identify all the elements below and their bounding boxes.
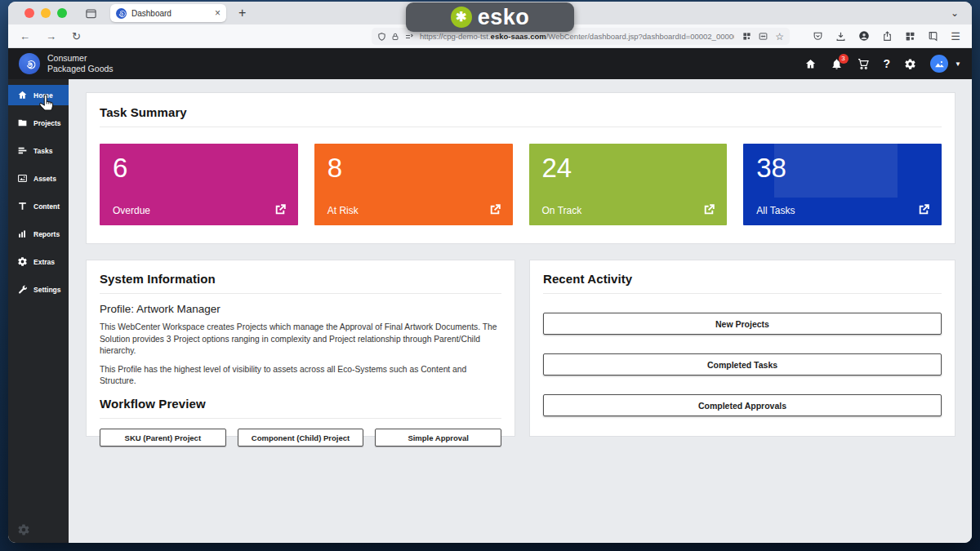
task-card-label: On Track [542,205,582,216]
tab-close-icon[interactable]: × [215,7,220,19]
recent-activity-panel: Recent Activity New Projects Completed T… [529,260,956,437]
open-external-icon[interactable] [702,202,716,217]
zoom-window-button[interactable] [57,8,67,18]
dashboard-content: Task Summary 6 Overdue 8 At Risk 24 [69,79,972,543]
task-card-label: All Tasks [756,205,795,216]
esko-asterisk-icon: ✱ [451,7,472,28]
extension-avatar-icon[interactable] [858,30,870,42]
header-settings-gear-icon[interactable] [904,58,916,70]
task-count: 24 [542,153,715,184]
close-window-button[interactable] [24,8,34,18]
workflow-preview-title: Workflow Preview [100,397,501,411]
sidebar-item-tasks[interactable]: Tasks [8,140,69,161]
downloads-icon[interactable] [835,31,846,42]
task-summary-title: Task Summary [100,105,942,119]
open-external-icon[interactable] [916,202,931,217]
gear-icon [17,256,28,267]
window-controls [24,8,67,18]
desktop: { "browser": { "tab_title": "Dashboard",… [0,0,980,551]
browser-tab[interactable]: Dashboard × [110,4,226,22]
profile-label: Profile: Artwork Manager [100,303,501,315]
avatar-dropdown-caret-icon[interactable]: ▼ [955,60,961,68]
esko-brand-badge: ✱ esko [406,2,574,32]
task-count: 38 [756,153,929,184]
system-information-title: System Information [100,272,501,286]
tracking-shield-icon[interactable] [377,32,386,42]
task-card-label: Overdue [113,205,150,216]
tab-list-chevron-icon[interactable]: ⌄ [951,7,959,19]
task-card-at-risk[interactable]: 8 At Risk [314,144,513,225]
divider [543,293,942,294]
forward-button[interactable]: → [46,30,56,42]
image-icon [17,173,28,184]
new-tab-button[interactable]: + [238,6,246,20]
recent-activity-title: Recent Activity [543,272,942,286]
notification-badge: 3 [839,54,849,64]
task-card-label: At Risk [327,205,359,216]
tab-title: Dashboard [131,9,215,18]
minimize-window-button[interactable] [41,8,51,18]
help-icon[interactable]: ? [884,57,891,70]
bookmark-star-icon[interactable]: ☆ [775,31,784,42]
new-projects-button[interactable]: New Projects [543,313,942,335]
task-card-all-tasks[interactable]: 38 All Tasks [743,144,942,225]
completed-tasks-button[interactable]: Completed Tasks [543,353,942,375]
back-button[interactable]: ← [20,30,30,42]
task-count: 8 [327,153,500,184]
cart-icon[interactable] [857,57,870,70]
divider [100,418,501,419]
container-icon[interactable] [404,32,414,42]
bar-chart-icon [17,229,28,239]
header-home-icon[interactable] [804,58,817,70]
sidebar-item-extras[interactable]: Extras [8,251,69,272]
divider [100,293,501,294]
divider [100,127,942,127]
sidebar-bottom-gear-icon[interactable] [17,523,30,536]
reload-button[interactable]: ↻ [72,30,81,42]
open-external-icon[interactable] [273,202,287,217]
browser-window: Dashboard × + ⌄ ← → ↻ https://c [8,2,972,543]
completed-approvals-button[interactable]: Completed Approvals [543,394,942,416]
bookmarks-sidebar-icon[interactable] [928,31,938,42]
esko-wordmark: esko [478,5,530,30]
task-card-on-track[interactable]: 24 On Track [529,144,728,225]
task-card-overdue[interactable]: 6 Overdue [100,144,298,225]
component-child-project-button[interactable]: Component (Child) Project [238,429,364,447]
lock-icon[interactable] [391,32,399,42]
sidebar-item-content[interactable]: Content [8,196,69,216]
apps-grid-icon[interactable] [742,32,751,41]
open-external-icon[interactable] [488,202,502,217]
sidebar-item-settings[interactable]: Settings [8,279,69,300]
picture-in-picture-icon[interactable] [758,32,768,41]
simple-approval-button[interactable]: Simple Approval [375,429,501,447]
home-icon [17,90,28,100]
folder-icon [17,118,28,128]
task-summary-panel: Task Summary 6 Overdue 8 At Risk 24 [86,92,956,244]
extensions-grid-icon[interactable] [905,31,915,42]
task-list-icon [17,145,28,156]
firefox-view-icon[interactable] [85,7,97,20]
workspace-title: Consumer Packaged Goods [47,53,114,73]
system-info-paragraph: This Profile has the highest level of vi… [100,364,501,388]
tab-favicon [116,8,127,19]
task-count: 6 [113,153,285,184]
pocket-icon[interactable] [813,31,823,42]
user-avatar[interactable] [930,55,948,73]
webcenter-logo-icon[interactable] [19,53,40,74]
app-header: Consumer Packaged Goods 3 ? ▼ [8,48,972,79]
system-info-paragraph: This WebCenter Workspace creates Project… [100,322,501,358]
sidebar-item-assets[interactable]: Assets [8,168,69,189]
sidebar: Home Projects Tasks Assets Content Repor… [8,79,69,543]
sidebar-item-reports[interactable]: Reports [8,224,69,244]
sidebar-item-home[interactable]: Home [8,85,69,105]
notifications-bell-icon[interactable]: 3 [831,58,843,70]
system-information-panel: System Information Profile: Artwork Mana… [86,260,515,437]
text-t-icon [17,201,28,211]
sidebar-item-projects[interactable]: Projects [8,113,69,133]
share-icon[interactable] [882,31,893,42]
url-text: https://cpg-demo-tst.esko-saas.com/WebCe… [420,32,734,41]
wrench-icon [17,284,28,295]
menu-hamburger-icon[interactable]: ☰ [951,30,960,42]
sku-parent-project-button[interactable]: SKU (Parent) Project [100,429,226,447]
